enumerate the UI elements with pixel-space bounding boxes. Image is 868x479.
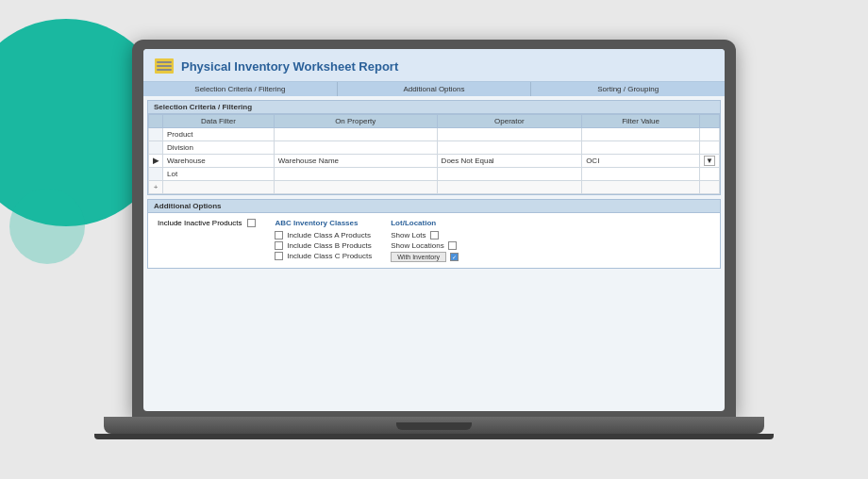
laptop-screen-inner: Physical Inventory Worksheet Report Sele… <box>143 49 725 411</box>
with-inventory-row: With Inventory <box>391 252 459 262</box>
class-a-checkbox[interactable] <box>275 231 283 240</box>
table-row: Division <box>149 141 720 155</box>
tab-sorting-grouping[interactable]: Sorting / Grouping <box>531 82 725 96</box>
class-a-row: Include Class A Products <box>275 231 372 240</box>
include-inactive-label: Include Inactive Products <box>158 219 242 227</box>
selection-criteria-header: Selection Criteria / Filtering <box>148 101 720 114</box>
col-on-property: On Property <box>274 115 437 128</box>
row-indicator <box>149 168 163 181</box>
laptop-base <box>104 417 764 434</box>
row-arrow: ▶ <box>149 155 163 168</box>
action-lot <box>700 168 720 181</box>
row-indicator <box>149 128 163 141</box>
show-lots-label: Show Lots <box>391 231 426 240</box>
value-lot <box>582 168 700 181</box>
operator-division <box>437 141 582 155</box>
row-indicator <box>149 141 163 155</box>
new-value <box>582 181 700 194</box>
abc-classes-title: ABC Inventory Classes <box>275 219 372 227</box>
col-indicator <box>149 115 163 128</box>
filter-table: Data Filter On Property Operator Filter … <box>148 114 720 194</box>
filter-warehouse[interactable]: Warehouse <box>163 155 275 168</box>
table-row: Product <box>149 128 720 141</box>
options-body: Include Inactive Products ABC Inventory … <box>148 213 720 268</box>
property-division <box>274 141 437 155</box>
new-property <box>274 181 437 194</box>
app-container: Physical Inventory Worksheet Report Sele… <box>143 49 725 411</box>
selection-criteria-section: Selection Criteria / Filtering Data Filt… <box>147 100 721 195</box>
new-filter <box>163 181 275 194</box>
class-b-checkbox[interactable] <box>275 241 283 250</box>
class-b-row: Include Class B Products <box>275 241 372 250</box>
new-operator <box>437 181 582 194</box>
filter-lot[interactable]: Lot <box>163 168 275 181</box>
show-lots-checkbox[interactable] <box>430 231 439 240</box>
show-locations-label: Show Locations <box>391 241 443 250</box>
app-title: Physical Inventory Worksheet Report <box>181 59 398 74</box>
include-inactive-checkbox[interactable] <box>247 219 256 227</box>
property-warehouse[interactable]: Warehouse Name <box>274 155 437 168</box>
operator-product <box>437 128 582 141</box>
tab-additional-options[interactable]: Additional Options <box>338 82 532 96</box>
bg-circle-small-decoration <box>9 189 85 264</box>
class-c-label: Include Class C Products <box>287 252 372 260</box>
lot-location-title: Lot/Location <box>391 219 459 227</box>
action-division <box>700 141 720 155</box>
show-lots-row: Show Lots <box>391 231 459 240</box>
class-b-label: Include Class B Products <box>287 241 371 250</box>
with-inventory-checkbox[interactable] <box>450 253 459 261</box>
table-row: Lot <box>149 168 720 181</box>
value-product <box>582 128 700 141</box>
with-inventory-button[interactable]: With Inventory <box>391 252 446 262</box>
operator-lot <box>437 168 582 181</box>
show-locations-row: Show Locations <box>391 241 459 250</box>
property-lot <box>274 168 437 181</box>
additional-options-header: Additional Options <box>148 200 720 213</box>
show-locations-checkbox[interactable] <box>448 241 457 250</box>
col-operator: Operator <box>437 115 582 128</box>
laptop-container: Physical Inventory Worksheet Report Sele… <box>94 40 774 439</box>
new-action <box>700 181 720 194</box>
dropdown-warehouse[interactable]: ▼ <box>700 155 720 168</box>
table-new-row: + <box>149 181 720 194</box>
value-warehouse[interactable]: OCI <box>582 155 700 168</box>
table-row-warehouse: ▶ Warehouse Warehouse Name Does Not Equa… <box>149 155 720 168</box>
class-a-label: Include Class A Products <box>287 231 371 240</box>
additional-options-section: Additional Options Include Inactive Prod… <box>147 199 721 269</box>
col-filter-value: Filter Value <box>582 115 700 128</box>
document-icon <box>155 58 174 74</box>
value-division <box>582 141 700 155</box>
property-product <box>274 128 437 141</box>
laptop-foot <box>94 434 774 439</box>
tab-selection-criteria[interactable]: Selection Criteria / Filtering <box>143 82 338 96</box>
action-product <box>700 128 720 141</box>
abc-classes-group: ABC Inventory Classes Include Class A Pr… <box>275 219 372 262</box>
tab-bar: Selection Criteria / Filtering Additiona… <box>143 82 725 96</box>
col-action <box>700 115 720 128</box>
app-header: Physical Inventory Worksheet Report <box>143 49 725 82</box>
class-c-row: Include Class C Products <box>275 252 372 260</box>
laptop-screen-outer: Physical Inventory Worksheet Report Sele… <box>132 40 736 417</box>
col-data-filter: Data Filter <box>163 115 275 128</box>
new-row-indicator[interactable]: + <box>149 181 163 194</box>
operator-warehouse[interactable]: Does Not Equal <box>437 155 582 168</box>
include-inactive-group: Include Inactive Products <box>158 219 256 262</box>
filter-product[interactable]: Product <box>163 128 275 141</box>
filter-division[interactable]: Division <box>163 141 275 155</box>
class-c-checkbox[interactable] <box>275 252 283 260</box>
lot-location-group: Lot/Location Show Lots Show Locations Wi… <box>391 219 459 262</box>
